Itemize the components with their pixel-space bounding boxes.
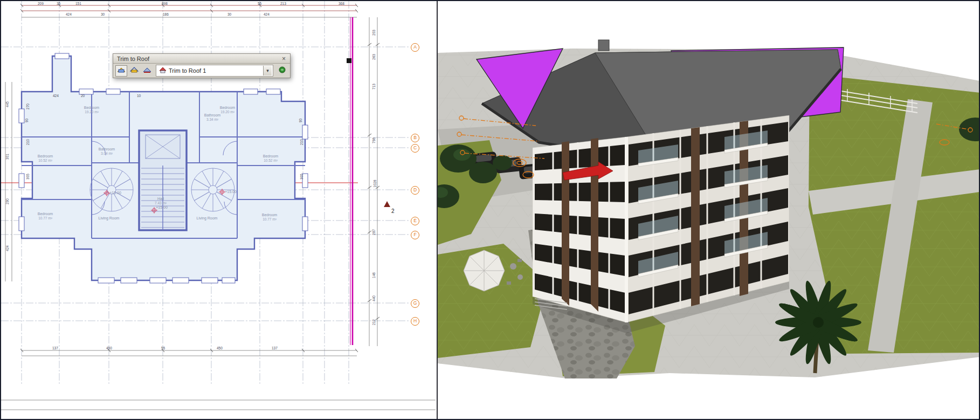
room-label: Bedroom19.20 m² — [220, 105, 235, 115]
dialog-close-button[interactable]: × — [280, 55, 288, 63]
trim-top-part-button[interactable] — [128, 65, 140, 77]
room-label: Bedroom19.20 m² — [84, 105, 99, 115]
room-label: Bathroom3.34 m² — [204, 113, 220, 122]
dimension-text: 305 — [26, 174, 30, 180]
dimension-text: 186 — [163, 12, 169, 16]
3d-canvas[interactable] — [438, 1, 980, 419]
room-label: Bedroom10.77 m² — [262, 212, 277, 222]
grid-bubble-f[interactable]: F — [411, 231, 419, 239]
trim-roof-icon — [117, 66, 126, 75]
dimension-text: 798 — [372, 137, 376, 143]
roof-settings-button[interactable] — [276, 65, 288, 77]
floor-plan-view[interactable]: Bedroom19.20 m² Bedroom19.20 m² Bathroom… — [1, 1, 437, 419]
dimension-text: 137 — [272, 346, 278, 350]
room-label: Hall7.43 m² — [155, 196, 167, 206]
trim-to-roof-dialog[interactable]: Trim to Roof × Trim to Roof 1 ▾ — [113, 53, 291, 78]
stair-core — [139, 130, 187, 230]
elevation-label: +15.00 — [109, 191, 121, 195]
roof-select-combo[interactable]: Trim to Roof 1 ▾ — [156, 65, 273, 77]
dimension-text: 137 — [52, 346, 58, 350]
dimension-text: 30 — [227, 12, 231, 16]
roof-select-value: Trim to Roof 1 — [169, 67, 261, 74]
dimension-text: 203 — [372, 30, 376, 36]
3d-view[interactable] — [437, 1, 980, 419]
selected-roof-edge-line[interactable] — [347, 17, 353, 345]
roof-icon — [159, 67, 167, 74]
trim-elements-to-roof-button[interactable] — [115, 65, 127, 77]
grid-bubble-e[interactable]: E — [411, 217, 419, 225]
dimension-text: 146 — [372, 272, 376, 278]
trim-bottom-part-button[interactable] — [141, 65, 153, 77]
trim-top-icon — [130, 66, 139, 75]
grid-bubble-h[interactable]: H — [411, 317, 419, 326]
dimension-text: 10 — [137, 94, 141, 98]
dimension-text: 213 — [280, 2, 286, 5]
grid-bubble-b[interactable]: B — [411, 134, 419, 142]
dimension-text: 450 — [217, 346, 223, 350]
chimney — [598, 40, 609, 51]
dimension-text: 424 — [66, 12, 72, 16]
dimension-text: 287 — [372, 229, 376, 235]
dimension-text: 30 — [101, 12, 105, 16]
dimension-text: 263 — [372, 54, 376, 60]
roof-settings-icon — [278, 66, 286, 75]
cad-application-window: Bedroom19.20 m² Bedroom19.20 m² Bathroom… — [0, 0, 980, 420]
floor-plan-walls[interactable] — [19, 53, 308, 283]
dimension-text: 55 — [258, 2, 261, 5]
dimension-text: 20 — [81, 94, 85, 98]
grid-bubble-c[interactable]: C — [411, 144, 419, 153]
dimension-text: 210 — [300, 139, 303, 145]
dimension-text: 445 — [5, 101, 9, 107]
dimension-text: 440 — [372, 295, 376, 301]
dimension-text: 35 — [57, 2, 60, 5]
dimension-text: 290 — [5, 198, 9, 204]
dimension-text: 450 — [106, 346, 112, 350]
grid-bubble-a[interactable]: A — [411, 43, 419, 52]
dialog-titlebar[interactable]: Trim to Roof × — [113, 54, 290, 64]
dimension-text: 713 — [372, 84, 376, 89]
dimension-text: 424 — [264, 12, 270, 16]
room-label: Bedroom10.52 m² — [263, 154, 278, 163]
dimension-text: 151 — [75, 2, 81, 5]
elevation-label: +15.00 — [225, 190, 237, 194]
dimension-text: 90 — [25, 119, 29, 122]
dialog-title: Trim to Roof — [117, 56, 280, 62]
dimension-text: 90 — [299, 119, 302, 122]
dimension-text: 301 — [5, 154, 9, 160]
dimension-text: 898 — [162, 2, 168, 5]
room-label: Bedroom10.77 m² — [38, 211, 53, 221]
room-label: Living Room — [99, 216, 120, 221]
dimension-text: 424 — [5, 245, 9, 251]
dimension-text: 424 — [53, 94, 59, 98]
dimension-text: 209 — [38, 2, 44, 5]
grid-bubble-d[interactable]: D — [411, 186, 419, 195]
dimension-text: 55 — [161, 346, 165, 350]
room-label: Living Room — [197, 216, 218, 221]
dimension-text: 270 — [26, 104, 30, 109]
dimension-text: 212 — [372, 319, 376, 325]
room-label: Bedroom10.52 m² — [38, 154, 53, 163]
section-marker-icon[interactable] — [384, 201, 390, 207]
elevation-label: +15.00 — [156, 205, 168, 209]
roof-line-handle — [347, 58, 351, 63]
trim-bottom-icon — [143, 66, 151, 75]
dimension-text: 305 — [300, 174, 303, 180]
dialog-body: Trim to Roof 1 ▾ — [113, 64, 290, 78]
room-label: Bathroom3.04 m² — [99, 147, 115, 156]
grid-bubble-g[interactable]: G — [411, 299, 419, 308]
dimension-text: 210 — [26, 139, 30, 145]
dimension-text: 1028 — [373, 180, 377, 187]
section-marker-label: 2 — [391, 208, 395, 214]
dimension-text: 368 — [339, 2, 344, 5]
combo-dropdown-arrow[interactable]: ▾ — [263, 66, 272, 75]
